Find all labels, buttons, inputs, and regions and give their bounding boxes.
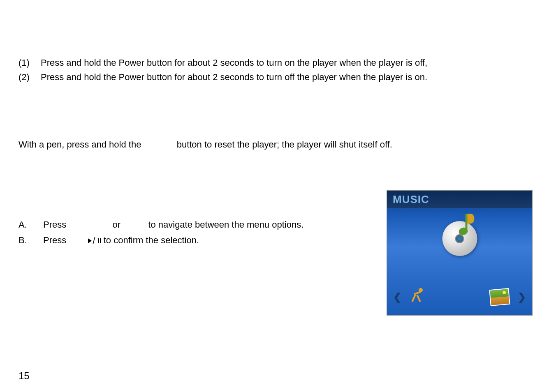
press-label: Press (43, 219, 66, 230)
play-icon (88, 238, 92, 243)
play-pause-icon: / (88, 233, 101, 248)
arrow-left-icon: ❮ (393, 291, 401, 303)
pause-icon (98, 238, 101, 243)
reset-text-before: With a pen, press and hold the (19, 139, 141, 150)
music-body: ❮ ❯ (387, 208, 532, 315)
letter-b: B. (19, 233, 43, 249)
slash: / (93, 233, 95, 248)
item-number: (2) (19, 70, 41, 84)
instruction-item-1: (1) Press and hold the Power button for … (19, 55, 533, 70)
item-text: Press and hold the Power button for abou… (41, 70, 427, 84)
sport-icon (410, 287, 429, 307)
bottom-nav-row: ❮ ❯ (387, 287, 532, 307)
power-instructions-list: (1) Press and hold the Power button for … (19, 55, 533, 84)
photo-icon (489, 288, 510, 306)
menu-section: A. Press or to navigate between the menu… (19, 190, 533, 316)
item-text: Press and hold the Power button for abou… (41, 55, 427, 70)
or-label: or (113, 219, 121, 230)
menu-instructions: A. Press or to navigate between the menu… (19, 190, 387, 248)
press-label: Press (43, 235, 66, 245)
music-note-icon (454, 212, 474, 241)
music-center-icon (442, 221, 477, 256)
item-number: (1) (19, 55, 41, 70)
arrow-right-icon: ❯ (518, 291, 526, 303)
menu-item-b: B. Press / to confirm the selection. (19, 233, 387, 249)
music-screen-image: MUSIC ❮ (387, 190, 533, 316)
music-header-bar: MUSIC (387, 191, 532, 208)
reset-instruction: With a pen, press and hold the button to… (19, 138, 533, 151)
letter-a: A. (19, 217, 43, 232)
reset-text-after: button to reset the player; the player w… (177, 139, 392, 150)
instruction-item-2: (2) Press and hold the Power button for … (19, 70, 533, 84)
confirm-text: to confirm the selection. (104, 235, 199, 245)
page-number: 15 (19, 370, 30, 382)
navigate-text: to navigate between the menu options. (148, 219, 303, 230)
menu-item-a: A. Press or to navigate between the menu… (19, 217, 387, 232)
music-title: MUSIC (393, 193, 429, 206)
